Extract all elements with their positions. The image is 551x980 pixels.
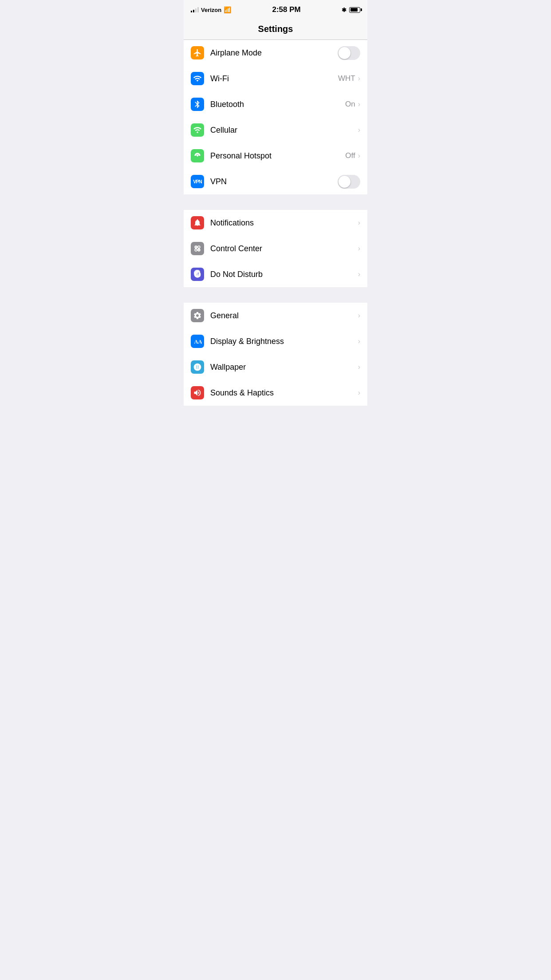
battery-icon xyxy=(349,7,360,13)
vpn-toggle[interactable] xyxy=(338,175,360,189)
notifications-svg xyxy=(193,218,202,227)
wifi-status-icon: 📶 xyxy=(224,6,231,13)
bluetooth-icon xyxy=(191,98,204,111)
carrier-label: Verizon xyxy=(201,7,221,13)
notifications-right: › xyxy=(358,219,360,227)
sounds-haptics-icon xyxy=(191,386,204,399)
bluetooth-right: On › xyxy=(345,100,360,109)
display-svg: AA xyxy=(193,337,202,346)
airplane-mode-label: Airplane Mode xyxy=(210,48,338,58)
display-brightness-right: › xyxy=(358,337,360,345)
nav-header: Settings xyxy=(184,20,367,40)
wallpaper-right: › xyxy=(358,363,360,371)
section-gap-1 xyxy=(184,194,367,210)
hotspot-icon xyxy=(191,149,204,162)
section-gap-2 xyxy=(184,287,367,303)
row-personal-hotspot[interactable]: Personal Hotspot Off › xyxy=(184,143,367,169)
bluetooth-label: Bluetooth xyxy=(210,100,345,109)
control-center-svg xyxy=(193,244,202,253)
control-center-icon xyxy=(191,242,204,255)
wallpaper-chevron: › xyxy=(358,363,360,371)
hotspot-chevron: › xyxy=(358,152,360,160)
row-do-not-disturb[interactable]: ☽ Do Not Disturb › xyxy=(184,261,367,287)
hotspot-svg xyxy=(193,151,202,160)
general-svg xyxy=(193,311,202,320)
row-general[interactable]: General › xyxy=(184,303,367,328)
do-not-disturb-label: Do Not Disturb xyxy=(210,270,358,279)
svg-point-5 xyxy=(195,246,197,248)
airplane-mode-toggle-thumb xyxy=(338,47,350,59)
row-display-brightness[interactable]: AA Display & Brightness › xyxy=(184,328,367,354)
settings-list-notifications: Notifications › Control Center › xyxy=(184,210,367,287)
row-cellular[interactable]: Cellular › xyxy=(184,117,367,143)
sounds-haptics-label: Sounds & Haptics xyxy=(210,388,358,398)
bluetooth-status-icon: ✱ xyxy=(342,7,346,13)
row-vpn[interactable]: VPN VPN xyxy=(184,169,367,194)
do-not-disturb-svg: ☽ xyxy=(193,270,202,279)
cellular-right: › xyxy=(358,126,360,134)
wifi-label: Wi-Fi xyxy=(210,74,338,83)
section-gap-bottom xyxy=(184,406,367,421)
status-time: 2:58 PM xyxy=(272,5,301,14)
do-not-disturb-right: › xyxy=(358,270,360,278)
battery-body xyxy=(349,7,360,13)
cellular-chevron: › xyxy=(358,126,360,134)
row-notifications[interactable]: Notifications › xyxy=(184,210,367,236)
row-bluetooth[interactable]: Bluetooth On › xyxy=(184,91,367,117)
general-label: General xyxy=(210,311,358,320)
do-not-disturb-icon: ☽ xyxy=(191,268,204,281)
vpn-icon-text: VPN xyxy=(193,179,202,184)
settings-list-connectivity: Airplane Mode Wi-Fi WHT › xyxy=(184,40,367,194)
vpn-label: VPN xyxy=(210,177,338,186)
airplane-mode-icon xyxy=(191,46,204,59)
wifi-svg xyxy=(193,74,202,83)
hotspot-right: Off › xyxy=(345,151,360,160)
wallpaper-svg xyxy=(193,363,202,371)
vpn-toggle-thumb xyxy=(338,176,350,188)
airplane-svg xyxy=(193,48,202,57)
sounds-haptics-chevron: › xyxy=(358,389,360,397)
row-control-center[interactable]: Control Center › xyxy=(184,236,367,261)
signal-bar-2 xyxy=(193,10,194,12)
svg-point-6 xyxy=(198,249,200,251)
vpn-icon: VPN xyxy=(191,175,204,188)
status-bar: Verizon 📶 2:58 PM ✱ xyxy=(184,0,367,20)
display-brightness-label: Display & Brightness xyxy=(210,337,358,346)
wifi-icon xyxy=(191,72,204,85)
svg-text:☽: ☽ xyxy=(195,272,199,277)
wallpaper-icon xyxy=(191,360,204,374)
signal-bars xyxy=(191,7,199,12)
section-general: General › AA Display & Brightness › xyxy=(184,303,367,406)
status-left: Verizon 📶 xyxy=(191,6,231,13)
row-wifi[interactable]: Wi-Fi WHT › xyxy=(184,66,367,91)
status-right: ✱ xyxy=(342,7,360,13)
row-airplane-mode[interactable]: Airplane Mode xyxy=(184,40,367,66)
page-title: Settings xyxy=(258,24,293,34)
notifications-label: Notifications xyxy=(210,218,358,228)
sounds-svg xyxy=(193,388,202,397)
svg-point-0 xyxy=(197,155,198,156)
svg-point-9 xyxy=(197,366,199,368)
cellular-icon xyxy=(191,123,204,137)
wifi-value: WHT xyxy=(338,74,355,83)
bluetooth-svg xyxy=(193,100,202,109)
control-center-chevron: › xyxy=(358,245,360,253)
notifications-icon xyxy=(191,216,204,229)
cellular-svg xyxy=(193,126,202,134)
general-chevron: › xyxy=(358,312,360,320)
row-sounds-haptics[interactable]: Sounds & Haptics › xyxy=(184,380,367,406)
section-notifications: Notifications › Control Center › xyxy=(184,210,367,287)
hotspot-label: Personal Hotspot xyxy=(210,151,345,161)
wifi-chevron: › xyxy=(358,75,360,83)
wifi-right: WHT › xyxy=(338,74,360,83)
sounds-haptics-right: › xyxy=(358,389,360,397)
svg-point-2 xyxy=(198,246,200,248)
row-wallpaper[interactable]: Wallpaper › xyxy=(184,354,367,380)
cellular-label: Cellular xyxy=(210,126,358,135)
display-brightness-icon: AA xyxy=(191,335,204,348)
bluetooth-chevron: › xyxy=(358,100,360,108)
settings-list-general: General › AA Display & Brightness › xyxy=(184,303,367,406)
airplane-mode-toggle[interactable] xyxy=(338,46,360,60)
do-not-disturb-chevron: › xyxy=(358,270,360,278)
wallpaper-label: Wallpaper xyxy=(210,363,358,372)
